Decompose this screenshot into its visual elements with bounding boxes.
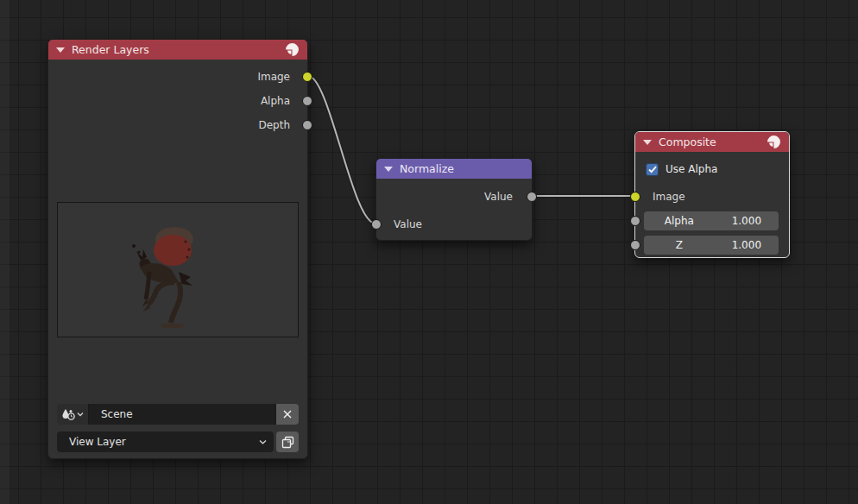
socket-output-image[interactable] <box>302 72 312 82</box>
input-row-value: Value <box>376 212 532 236</box>
composite-header[interactable]: Composite <box>635 132 789 152</box>
clear-scene-button[interactable] <box>276 404 299 425</box>
collapse-icon[interactable] <box>643 140 652 145</box>
scene-icon <box>61 408 76 421</box>
output-row-alpha: Alpha <box>48 89 307 113</box>
socket-input-value[interactable] <box>371 219 382 230</box>
output-label: Image <box>257 71 290 83</box>
socket-input-image[interactable] <box>630 192 640 202</box>
wire-image-to-normalize[interactable] <box>308 76 375 224</box>
output-label: Depth <box>258 119 290 131</box>
output-row-image: Image <box>48 65 307 89</box>
output-label: Value <box>484 191 513 203</box>
node-title: Normalize <box>400 162 524 175</box>
input-label: Value <box>394 218 422 230</box>
check-icon <box>648 166 657 173</box>
view-layer-icon-button[interactable] <box>276 432 299 452</box>
render-layers-header[interactable]: Render Layers <box>48 40 307 60</box>
node-title: Composite <box>659 135 760 148</box>
node-editor-canvas[interactable]: Render Layers Image Alpha Depth <box>0 0 858 504</box>
close-icon <box>283 410 292 419</box>
collapse-icon[interactable] <box>384 167 393 172</box>
input-row-image: Image <box>635 185 789 209</box>
socket-input-alpha[interactable] <box>630 216 640 226</box>
alpha-value-field[interactable]: Alpha 1.000 <box>644 211 779 230</box>
node-composite[interactable]: Composite Use Alpha Image Alpha 1.000 Z … <box>634 131 790 258</box>
output-label: Alpha <box>261 95 290 107</box>
view-layer-selector: View Layer <box>57 432 299 452</box>
editor-left-edge <box>0 0 9 504</box>
browse-scene-button[interactable] <box>57 404 89 425</box>
use-alpha-label: Use Alpha <box>666 163 717 175</box>
scene-selector: Scene <box>57 404 299 425</box>
collapse-icon[interactable] <box>56 47 65 53</box>
render-preview-image <box>57 202 299 337</box>
scene-name-input[interactable]: Scene <box>89 404 276 425</box>
render-result-icon <box>767 135 781 149</box>
chevron-down-icon <box>77 412 84 417</box>
output-row-value: Value <box>376 185 532 209</box>
node-title: Render Layers <box>72 43 278 56</box>
node-render-layers[interactable]: Render Layers Image Alpha Depth <box>47 39 308 459</box>
output-row-depth: Depth <box>48 113 307 137</box>
use-alpha-row: Use Alpha <box>646 161 789 178</box>
view-layer-dropdown[interactable]: View Layer <box>57 432 274 452</box>
z-value-field[interactable]: Z 1.000 <box>644 236 779 255</box>
use-alpha-checkbox[interactable] <box>646 163 659 176</box>
input-label: Image <box>653 191 685 203</box>
chevron-down-icon <box>259 439 267 444</box>
view-layer-icon <box>281 436 294 449</box>
render-result-icon <box>285 42 300 57</box>
socket-output-alpha[interactable] <box>302 96 312 106</box>
node-normalize[interactable]: Normalize Value Value <box>375 158 533 241</box>
socket-input-z[interactable] <box>630 240 640 250</box>
socket-output-value[interactable] <box>527 192 537 202</box>
normalize-header[interactable]: Normalize <box>376 159 532 179</box>
socket-output-depth[interactable] <box>302 120 312 130</box>
